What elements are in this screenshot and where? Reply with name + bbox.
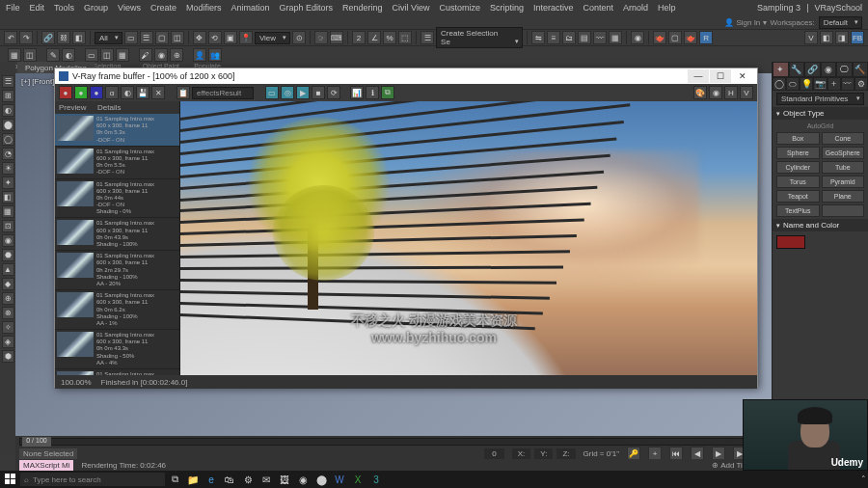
left-tool-1[interactable]: ☰ <box>2 75 14 88</box>
select-name-button[interactable]: ☰ <box>140 31 153 44</box>
workspaces-combo[interactable]: Default <box>819 16 862 29</box>
taskbar-app-store[interactable]: 🛍 <box>221 472 238 487</box>
menu-animation[interactable]: Animation <box>231 3 269 13</box>
primitive-cylinder-button[interactable]: Cylinder <box>776 161 820 174</box>
left-tool-9[interactable]: ◧ <box>2 191 14 203</box>
left-tool-7[interactable]: ☀ <box>2 162 14 175</box>
vfb-pixel-info-button[interactable]: ℹ <box>366 86 379 99</box>
vfb-channel-g-button[interactable]: ● <box>74 86 88 99</box>
render-production-button[interactable]: 🫖 <box>684 31 697 44</box>
vfb-history-item[interactable]: 01 Sampling Intro.max600 x 300, frame 11… <box>55 147 179 179</box>
primitive-tube-button[interactable]: Tube <box>822 161 865 174</box>
primitive-plane-button[interactable]: Plane <box>822 190 865 203</box>
taskbar-app-edge[interactable]: e <box>203 472 220 487</box>
x-field[interactable]: X: <box>512 448 531 459</box>
named-selection-combo[interactable]: Create Selection Se <box>436 27 523 48</box>
vfb-channel-combo[interactable]: effectsResult <box>192 87 254 99</box>
selection-filter-combo[interactable]: All <box>95 32 122 44</box>
rollout-object-type[interactable]: Object Type <box>773 107 868 120</box>
menu-modifiers[interactable]: Modifiers <box>186 3 222 13</box>
spinner-snap-button[interactable]: ⬚ <box>398 31 412 44</box>
render-iterative-button[interactable]: R <box>699 31 713 44</box>
taskbar-search[interactable]: ⌕ Type here to search <box>20 473 165 486</box>
bind-button[interactable]: ◧ <box>72 31 86 44</box>
primitive-teapot-button[interactable]: Teapot <box>776 190 820 203</box>
primitive-textplus-button[interactable]: TextPlus <box>776 204 820 217</box>
z-field[interactable]: Z: <box>556 448 575 459</box>
menu-arnold[interactable]: Arnold <box>623 3 648 13</box>
object-color-swatch[interactable] <box>776 235 805 249</box>
vfb-vr-button[interactable]: V <box>740 86 753 99</box>
primitive-geosphere-button[interactable]: GeoSphere <box>822 147 865 159</box>
objpaint-icon[interactable]: 🖌 <box>139 48 152 62</box>
taskbar-app-settings[interactable]: ⚙ <box>239 472 257 487</box>
scale-button[interactable]: ▣ <box>224 31 237 44</box>
left-tool-15[interactable]: ◆ <box>2 278 14 290</box>
curve-editor-button[interactable]: 〰 <box>593 31 607 44</box>
primitive-cone-button[interactable]: Cone <box>822 132 865 145</box>
tab-motion[interactable]: ◉ <box>821 62 837 77</box>
keyboard-shortcut-button[interactable]: ⌨ <box>330 31 343 44</box>
menu-rendering[interactable]: Rendering <box>342 3 383 13</box>
rollout-name-color[interactable]: Name and Color <box>773 219 868 231</box>
layer-explorer-button[interactable]: 🗂 <box>562 31 576 44</box>
vfb-history-item[interactable]: 01 Sampling Intro.max600 x 300, frame 11… <box>55 251 179 290</box>
vfb-lens-button[interactable]: ◉ <box>709 86 722 99</box>
schematic-view-button[interactable]: ▦ <box>609 31 622 44</box>
subtab-geometry[interactable]: ◯ <box>773 77 786 91</box>
select-region-button[interactable]: ▢ <box>155 31 169 44</box>
primitive-box-button[interactable]: Box <box>776 132 820 145</box>
left-tool-17[interactable]: ⊗ <box>2 307 14 319</box>
vfb-mono-button[interactable]: ◐ <box>121 86 134 99</box>
prev-frame-button[interactable]: ◀ <box>691 447 704 460</box>
vray-button-1[interactable]: V <box>804 31 818 44</box>
menu-tools[interactable]: Tools <box>54 3 74 13</box>
align-button[interactable]: ≡ <box>547 31 560 44</box>
y-field[interactable]: Y: <box>534 448 553 459</box>
vfb-minimize-button[interactable]: — <box>688 69 709 83</box>
menu-help[interactable]: Help <box>658 3 676 13</box>
menu-group[interactable]: Group <box>84 3 108 13</box>
vfb-copy-button[interactable]: 📋 <box>176 86 190 99</box>
menu-views[interactable]: Views <box>118 3 141 13</box>
start-button[interactable] <box>2 472 19 487</box>
material-editor-button[interactable]: ◉ <box>631 31 644 44</box>
vfb-history-panel[interactable]: Preview Details 01 Sampling Intro.max600… <box>55 101 180 375</box>
vfb-history-item[interactable]: 01 Sampling Intro.max600 x 300, frame 11… <box>55 114 179 147</box>
taskbar-app-excel[interactable]: X <box>349 472 366 487</box>
menu-customize[interactable]: Customize <box>439 3 480 13</box>
render-setup-button[interactable]: 🫖 <box>653 31 666 44</box>
left-tool-8[interactable]: ✦ <box>2 176 14 189</box>
ref-coord-combo[interactable]: View <box>255 32 290 44</box>
selection-icon[interactable]: ▭ <box>85 48 98 62</box>
vray-button-2[interactable]: ◧ <box>820 31 833 44</box>
vfb-ipr-button[interactable]: ⟳ <box>327 86 340 99</box>
maxscript-listener[interactable]: MAXScript Mi <box>19 460 73 471</box>
menu-interactive[interactable]: Interactive <box>533 3 574 13</box>
taskbar-app-photos[interactable]: 🖼 <box>276 472 293 487</box>
menu-civil-view[interactable]: Civil View <box>393 3 430 13</box>
create-category-combo[interactable]: Standard Primitives <box>776 93 864 105</box>
window-crossing-button[interactable]: ◫ <box>171 31 184 44</box>
snap-angle-button[interactable]: ∠ <box>367 31 381 44</box>
taskbar-app-1[interactable]: 📁 <box>184 472 202 487</box>
left-tool-16[interactable]: ⊕ <box>2 292 14 305</box>
select-manipulate-button[interactable]: ☞ <box>314 31 328 44</box>
taskbar-app-3dsmax[interactable]: 3 <box>367 472 385 487</box>
tab-modify[interactable]: 🔧 <box>789 62 805 77</box>
subtab-shapes[interactable]: ⬭ <box>786 77 800 91</box>
left-tool-13[interactable]: ⬣ <box>2 249 14 261</box>
selection-icon-2[interactable]: ◫ <box>100 48 114 62</box>
vfb-stop-button[interactable]: ■ <box>312 86 325 99</box>
link-button[interactable]: 🔗 <box>41 31 55 44</box>
objpaint-icon-2[interactable]: ◉ <box>154 48 168 62</box>
modeling-icon[interactable]: ▦ <box>8 48 21 62</box>
selection-icon-3[interactable]: ▦ <box>116 48 129 62</box>
left-tool-12[interactable]: ◉ <box>2 234 14 247</box>
vfb-track-button[interactable]: ◎ <box>281 86 294 99</box>
toggle-ribbon-button[interactable]: ▤ <box>578 31 591 44</box>
menu-content[interactable]: Content <box>583 3 613 13</box>
vfb-history-item[interactable]: 01 Sampling Intro.max600 x 300, frame 11… <box>55 290 179 330</box>
undo-button[interactable]: ↶ <box>4 31 17 44</box>
freeform-icon[interactable]: ✎ <box>46 48 60 62</box>
